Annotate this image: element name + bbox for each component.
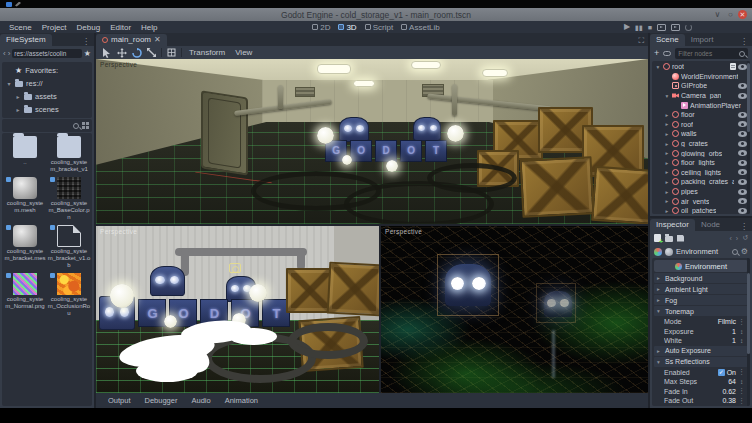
- file-item[interactable]: cooling_syste m_BaseColor.pn: [47, 177, 91, 221]
- visibility-eye-icon[interactable]: [738, 64, 747, 70]
- section-background[interactable]: ▸Background: [654, 273, 748, 283]
- scene-node-worldenvironment[interactable]: WorldEnvironment: [652, 72, 750, 82]
- menu-editor[interactable]: Editor: [105, 23, 136, 32]
- property-value[interactable]: 0.62: [722, 388, 736, 395]
- visibility-eye-icon[interactable]: [738, 189, 747, 195]
- menu-help[interactable]: Help: [136, 23, 162, 32]
- tree-arrow-icon[interactable]: ▾: [664, 93, 670, 99]
- script-icon[interactable]: [730, 63, 736, 70]
- light-gizmo-icon[interactable]: [229, 263, 241, 273]
- transform-menu[interactable]: Transform: [186, 48, 228, 57]
- fs-tree-item[interactable]: ▸assets: [2, 90, 92, 103]
- viewport-bottom-right[interactable]: Perspective: [381, 226, 648, 393]
- scene-node-air_vents[interactable]: ▸air_vents: [652, 196, 750, 206]
- file-item[interactable]: cooling_syste m_Normal.png: [3, 273, 47, 317]
- bottom-tab-output[interactable]: Output: [102, 396, 137, 405]
- tab-node[interactable]: Node: [695, 219, 726, 231]
- tree-arrow-icon[interactable]: ▸: [664, 189, 670, 195]
- tree-arrow-icon[interactable]: ▸: [15, 106, 21, 113]
- spinner-icon[interactable]: ↕: [738, 328, 745, 335]
- workspace-2d[interactable]: 2D: [312, 23, 330, 32]
- tab-import[interactable]: Import: [685, 34, 720, 46]
- scene-node-camera_pan[interactable]: ▾Camera_pan: [652, 91, 750, 101]
- scene-node-g_crates[interactable]: ▸g_crates: [652, 139, 750, 149]
- property-value[interactable]: 0.38: [722, 397, 736, 404]
- scene-node-oil_patches[interactable]: ▸oil_patches: [652, 206, 750, 214]
- property-value[interactable]: 64: [728, 378, 736, 385]
- scene-dock-menu-icon[interactable]: ⋮: [736, 37, 752, 46]
- tree-arrow-icon[interactable]: ▸: [15, 93, 21, 100]
- play-button[interactable]: ▶: [624, 23, 630, 31]
- local-space-icon[interactable]: [166, 47, 177, 58]
- play-scene-button[interactable]: [657, 24, 666, 31]
- viewport-label[interactable]: Perspective: [385, 228, 422, 235]
- section-tonemap[interactable]: ▾Tonemap: [654, 306, 748, 316]
- inspector-scrollbar[interactable]: [747, 258, 750, 406]
- viewport-label[interactable]: Perspective: [100, 61, 137, 68]
- property-value[interactable]: Filmic: [718, 318, 736, 325]
- distraction-free-icon[interactable]: ⛶: [634, 36, 648, 46]
- spinner-icon[interactable]: ↕: [738, 378, 745, 385]
- bottom-tab-debugger[interactable]: Debugger: [139, 396, 184, 405]
- scene-node-pipes[interactable]: ▸pipes: [652, 187, 750, 197]
- scene-node-packing_crates_and_[interactable]: ▸packing_crates_and_: [652, 177, 750, 187]
- nav-forward-icon[interactable]: ›: [8, 49, 11, 58]
- search-properties-icon[interactable]: [732, 249, 738, 255]
- tab-filesystem[interactable]: FileSystem: [0, 34, 52, 46]
- stop-button[interactable]: ■: [648, 24, 652, 31]
- visibility-eye-icon[interactable]: [738, 160, 747, 166]
- add-node-button[interactable]: +: [654, 49, 659, 58]
- workspace-script[interactable]: Script: [365, 23, 393, 32]
- viewport-label[interactable]: Perspective: [100, 228, 137, 235]
- visibility-eye-icon[interactable]: [738, 93, 747, 99]
- spinner-icon[interactable]: ↕: [738, 337, 745, 344]
- scene-node-walls[interactable]: ▸walls: [652, 129, 750, 139]
- bottom-tab-audio[interactable]: Audio: [185, 396, 216, 405]
- visibility-eye-icon[interactable]: [738, 179, 747, 185]
- workspace-3d[interactable]: 3D: [338, 23, 356, 32]
- property-value[interactable]: 1: [732, 328, 736, 335]
- viewport-bottom-left[interactable]: GODOT: [96, 226, 379, 393]
- instance-scene-icon[interactable]: [663, 51, 671, 56]
- tree-arrow-icon[interactable]: ▾: [6, 80, 12, 87]
- favorite-star-icon[interactable]: ★: [84, 49, 91, 58]
- property-value[interactable]: ✓On: [718, 369, 736, 376]
- nav-back-icon[interactable]: ‹: [3, 49, 6, 58]
- menu-debug[interactable]: Debug: [72, 23, 106, 32]
- visibility-eye-icon[interactable]: [738, 131, 747, 137]
- viewport-main[interactable]: GODOT Perspective: [96, 59, 648, 224]
- scene-node-floor_lights[interactable]: ▸floor_lights: [652, 158, 750, 168]
- rotate-tool-icon[interactable]: [131, 47, 142, 58]
- visibility-eye-icon[interactable]: [738, 83, 747, 89]
- workspace-assetlib[interactable]: AssetLib: [401, 23, 440, 32]
- load-resource-icon[interactable]: [665, 236, 673, 242]
- save-resource-icon[interactable]: [677, 235, 684, 242]
- bottom-tab-animation[interactable]: Animation: [219, 396, 264, 405]
- scene-node-animationplayer[interactable]: AnimationPlayer: [652, 100, 750, 110]
- tree-arrow-icon[interactable]: ▸: [664, 198, 670, 204]
- tree-arrow-icon[interactable]: ▸: [664, 150, 670, 156]
- menu-scene[interactable]: Scene: [4, 23, 37, 32]
- dropdown-icon[interactable]: ⋮: [738, 397, 745, 405]
- tools-icon[interactable]: ⚙: [741, 248, 748, 256]
- checkbox-icon[interactable]: ✓: [718, 369, 725, 376]
- tree-arrow-icon[interactable]: ▸: [664, 131, 670, 137]
- file-item[interactable]: cooling_syste m_bracket_v1.ob: [47, 225, 91, 269]
- scene-tab-main-room[interactable]: main_room ✕: [96, 34, 167, 46]
- tree-arrow-icon[interactable]: ▸: [664, 169, 670, 175]
- tree-arrow-icon[interactable]: ▸: [664, 160, 670, 166]
- visibility-eye-icon[interactable]: [738, 141, 747, 147]
- thumbnail-view-icon[interactable]: [82, 122, 89, 129]
- scene-tree-scrollbar[interactable]: [747, 61, 750, 214]
- pause-button[interactable]: ▮▮: [635, 24, 643, 31]
- file-item[interactable]: cooling_syste m_bracket_v1: [47, 136, 91, 173]
- resource-header[interactable]: Environment: [654, 260, 748, 272]
- scene-node-glowing_orbs[interactable]: ▸glowing_orbs: [652, 148, 750, 158]
- inspector-menu-icon[interactable]: ⋮: [736, 222, 752, 231]
- file-item[interactable]: cooling_syste m.mesh: [3, 177, 47, 221]
- tab-inspector[interactable]: Inspector: [650, 219, 695, 231]
- property-value[interactable]: 1: [732, 337, 736, 344]
- scene-node-root[interactable]: ▾root: [652, 62, 750, 72]
- fs-tree-item[interactable]: ★Favorites:: [2, 64, 92, 77]
- tab-scene[interactable]: Scene: [650, 34, 685, 46]
